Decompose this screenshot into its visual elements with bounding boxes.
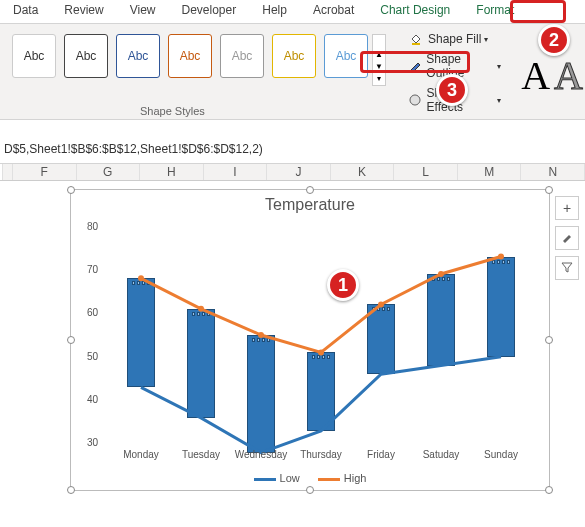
- chevron-down-icon: ▾: [497, 62, 501, 71]
- col-G[interactable]: G: [77, 164, 141, 180]
- tab-chart-design[interactable]: Chart Design: [367, 0, 463, 23]
- xtick: Thursday: [300, 449, 342, 460]
- svg-point-3: [410, 95, 420, 105]
- chart-filters-button[interactable]: [555, 256, 579, 280]
- col-L[interactable]: L: [394, 164, 458, 180]
- svg-point-6: [258, 332, 264, 338]
- shape-style-3[interactable]: Abc: [116, 34, 160, 78]
- ytick: 30: [87, 437, 98, 448]
- svg-point-8: [378, 301, 384, 307]
- tab-data[interactable]: Data: [0, 0, 51, 23]
- tab-view[interactable]: View: [117, 0, 169, 23]
- ytick: 40: [87, 393, 98, 404]
- ribbon-tabs: Data Review View Developer Help Acrobat …: [0, 0, 585, 24]
- svg-point-4: [138, 275, 144, 281]
- shape-style-4[interactable]: Abc: [168, 34, 212, 78]
- chart-plot-area[interactable]: 80 70 60 50 40 30 MondayTuesdayWednesday…: [111, 226, 529, 442]
- shape-fill-button[interactable]: Shape Fill ▾: [404, 30, 505, 48]
- ytick: 50: [87, 350, 98, 361]
- xtick: Monday: [123, 449, 159, 460]
- wordart-a2: A: [554, 52, 583, 99]
- resize-handle[interactable]: [306, 486, 314, 494]
- col-I[interactable]: I: [204, 164, 268, 180]
- chevron-down-icon: ▾: [497, 96, 501, 105]
- effects-icon: [408, 93, 423, 107]
- callout-badge-1: 1: [327, 269, 359, 301]
- ytick: 60: [87, 307, 98, 318]
- legend-high: High: [318, 472, 367, 484]
- chart-elements-button[interactable]: +: [555, 196, 579, 220]
- resize-handle[interactable]: [545, 336, 553, 344]
- shape-style-1[interactable]: Abc: [12, 34, 56, 78]
- xtick: Tuesday: [182, 449, 220, 460]
- resize-handle[interactable]: [67, 336, 75, 344]
- brush-icon: [560, 230, 574, 247]
- xtick: Friday: [367, 449, 395, 460]
- svg-rect-1: [410, 71, 420, 73]
- resize-handle[interactable]: [67, 486, 75, 494]
- tab-acrobat[interactable]: Acrobat: [300, 0, 367, 23]
- col-N[interactable]: N: [521, 164, 585, 180]
- resize-handle[interactable]: [545, 486, 553, 494]
- chart-legend[interactable]: Low High: [71, 472, 549, 484]
- chart-styles-button[interactable]: [555, 226, 579, 250]
- ytick: 80: [87, 221, 98, 232]
- shape-fill-label: Shape Fill: [428, 32, 481, 46]
- column-headers: F G H I J K L M N: [0, 164, 585, 181]
- ytick: 70: [87, 264, 98, 275]
- funnel-icon: [560, 260, 574, 277]
- xtick: Sunday: [484, 449, 518, 460]
- svg-point-5: [198, 306, 204, 312]
- svg-rect-0: [412, 43, 420, 45]
- tab-help[interactable]: Help: [249, 0, 300, 23]
- col-corner: [2, 164, 13, 180]
- resize-handle[interactable]: [545, 186, 553, 194]
- resize-handle[interactable]: [67, 186, 75, 194]
- shape-style-7[interactable]: Abc: [324, 34, 368, 78]
- callout-badge-2: 2: [538, 24, 570, 56]
- wordart-a1: A: [521, 52, 550, 99]
- chart-lines: [111, 226, 529, 442]
- chart-side-buttons: +: [555, 196, 579, 280]
- chevron-down-icon: ▾: [484, 35, 488, 44]
- worksheet-grid[interactable]: Temperature 80 70 60 50 40 30 MondayTues…: [0, 181, 585, 521]
- svg-point-7: [318, 349, 324, 355]
- svg-point-9: [438, 271, 444, 277]
- chart-object[interactable]: Temperature 80 70 60 50 40 30 MondayTues…: [70, 189, 550, 491]
- tab-review[interactable]: Review: [51, 0, 116, 23]
- chart-title[interactable]: Temperature: [71, 196, 549, 214]
- ribbon: Abc Abc Abc Abc Abc Abc Abc ▲▼▾ Shape Fi…: [0, 24, 585, 120]
- legend-low: Low: [254, 472, 300, 484]
- tab-format[interactable]: Format: [463, 0, 527, 23]
- shape-style-6[interactable]: Abc: [272, 34, 316, 78]
- shape-styles-more[interactable]: ▲▼▾: [372, 34, 386, 86]
- col-M[interactable]: M: [458, 164, 522, 180]
- callout-badge-3: 3: [436, 74, 468, 106]
- shape-style-2[interactable]: Abc: [64, 34, 108, 78]
- resize-handle[interactable]: [306, 186, 314, 194]
- shape-style-5[interactable]: Abc: [220, 34, 264, 78]
- col-H[interactable]: H: [140, 164, 204, 180]
- formula-bar[interactable]: D$5,Sheet1!$B$6:$B$12,Sheet1!$D$6:$D$12,…: [0, 120, 585, 164]
- xtick: Satuday: [423, 449, 460, 460]
- tab-developer[interactable]: Developer: [169, 0, 250, 23]
- col-K[interactable]: K: [331, 164, 395, 180]
- pen-outline-icon: [408, 59, 422, 73]
- xtick: Wednesday: [235, 449, 288, 460]
- paint-bucket-icon: [408, 32, 424, 46]
- shape-styles-group-label: Shape Styles: [140, 105, 205, 117]
- col-J[interactable]: J: [267, 164, 331, 180]
- plus-icon: +: [563, 200, 571, 216]
- svg-point-10: [498, 254, 504, 260]
- col-F[interactable]: F: [13, 164, 77, 180]
